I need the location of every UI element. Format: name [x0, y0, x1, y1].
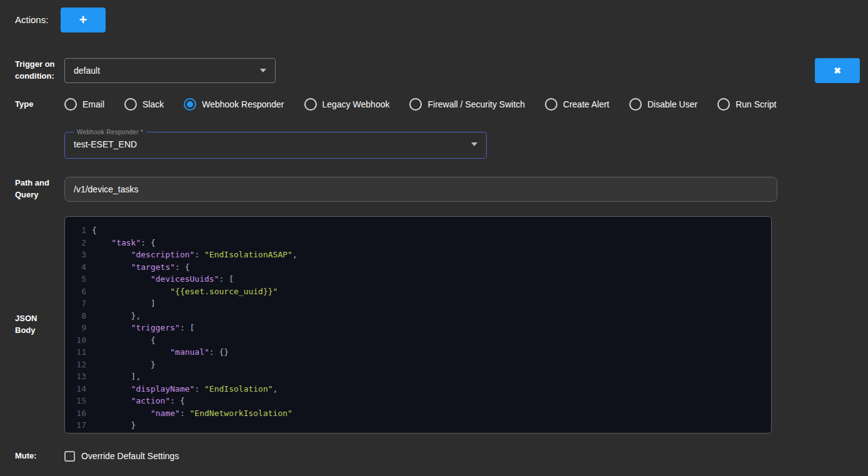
mute-label: Mute:	[15, 450, 64, 462]
code-line: 4 "targets": {	[65, 261, 771, 274]
type-radio-label: Legacy Webhook	[322, 99, 390, 109]
type-radio-create-alert[interactable]: Create Alert	[545, 98, 609, 111]
code-line: 11 "manual": {}	[65, 346, 771, 359]
radio-icon	[545, 98, 557, 111]
override-default-settings-label[interactable]: Override Default Settings	[81, 451, 179, 461]
path-query-input[interactable]	[64, 177, 777, 202]
line-number: 9	[65, 322, 86, 334]
type-radio-run-script[interactable]: Run Script	[717, 98, 776, 111]
line-number: 5	[65, 273, 86, 285]
webhook-row: Webhook Responder * test-ESET_END	[15, 129, 860, 159]
code-line: 15 "action": {	[65, 395, 771, 407]
action-config-panel: Actions: + Trigger on condition: default…	[0, 0, 868, 475]
mute-row: Mute: Override Default Settings	[15, 450, 860, 475]
radio-icon	[304, 98, 317, 111]
type-radio-label: Webhook Responder	[202, 99, 284, 109]
type-radio-label: Firewall / Security Switch	[427, 99, 525, 109]
line-number: 18	[65, 432, 86, 434]
radio-icon	[629, 98, 642, 111]
type-radio-legacy-webhook[interactable]: Legacy Webhook	[304, 98, 390, 111]
type-radio-label: Run Script	[736, 99, 776, 109]
path-query-label: Path and Query	[15, 177, 64, 201]
code-line: 2 "task": {	[65, 237, 771, 249]
actions-label: Actions:	[15, 13, 61, 27]
type-radio-firewall-security-switch[interactable]: Firewall / Security Switch	[409, 98, 525, 111]
type-radio-email[interactable]: Email	[64, 98, 104, 111]
radio-icon	[184, 98, 196, 111]
line-number: 2	[65, 237, 86, 249]
type-label: Type	[15, 99, 64, 111]
close-icon: ✖	[834, 66, 841, 75]
type-radio-label: Email	[82, 99, 104, 109]
type-radio-label: Slack	[142, 99, 164, 109]
json-body-row: JSON Body 1{2 "task": {3 "description": …	[15, 216, 860, 434]
line-number: 3	[65, 249, 86, 261]
line-number: 10	[65, 334, 86, 347]
type-radio-slack[interactable]: Slack	[124, 98, 164, 111]
line-number: 1	[65, 224, 86, 237]
trigger-row: Trigger on condition: default ✖	[15, 58, 860, 83]
code-line: 14 "displayName": "EndIsolation",	[65, 383, 771, 395]
json-editor-lines: 1{2 "task": {3 "description": "EndIsolat…	[65, 224, 771, 434]
chevron-down-icon	[471, 142, 477, 146]
line-number: 15	[65, 395, 86, 407]
code-line: 17 }	[65, 419, 771, 432]
code-line: 16 "name": "EndNetworkIsolation"	[65, 407, 771, 420]
actions-row: Actions: +	[15, 7, 860, 32]
path-row: Path and Query	[15, 177, 860, 202]
line-number: 13	[65, 370, 86, 383]
webhook-responder-select[interactable]: Webhook Responder * test-ESET_END	[64, 129, 487, 159]
type-radio-webhook-responder[interactable]: Webhook Responder	[184, 98, 284, 111]
radio-icon	[124, 98, 137, 111]
code-line: 1{	[65, 224, 771, 237]
chevron-down-icon	[260, 69, 266, 72]
line-number: 11	[65, 346, 86, 359]
type-radio-group: Email Slack Webhook Responder Legacy Web…	[64, 98, 777, 111]
webhook-responder-value: test-ESET_END	[74, 139, 137, 149]
type-radio-disable-user[interactable]: Disable User	[629, 98, 697, 111]
code-line: 5 "devicesUuids": [	[65, 273, 771, 285]
add-action-button[interactable]: +	[61, 7, 106, 32]
code-line: 18 },	[65, 432, 771, 434]
radio-icon	[717, 98, 730, 111]
code-line: 10 {	[65, 334, 771, 347]
plus-icon: +	[79, 13, 87, 27]
line-number: 7	[65, 297, 86, 310]
trigger-condition-select[interactable]: default	[64, 58, 276, 83]
type-radio-label: Create Alert	[563, 99, 609, 109]
json-body-label: JSON Body	[15, 313, 64, 337]
remove-action-button[interactable]: ✖	[815, 58, 860, 83]
line-number: 4	[65, 261, 86, 274]
line-number: 17	[65, 419, 86, 432]
code-line: 8 },	[65, 310, 771, 322]
json-body-editor[interactable]: 1{2 "task": {3 "description": "EndIsolat…	[64, 216, 772, 434]
line-number: 16	[65, 407, 86, 420]
code-line: 3 "description": "EndIsolationASAP",	[65, 249, 771, 261]
type-row: Type Email Slack Webhook Responder Legac…	[15, 98, 860, 111]
line-number: 6	[65, 285, 86, 298]
webhook-responder-field-label: Webhook Responder *	[74, 129, 146, 136]
trigger-condition-value: default	[74, 66, 100, 76]
line-number: 8	[65, 310, 86, 322]
code-line: 9 "triggers": [	[65, 322, 771, 334]
line-number: 14	[65, 383, 86, 395]
code-line: 13 ],	[65, 370, 771, 383]
radio-icon	[64, 98, 77, 111]
override-default-settings-checkbox[interactable]	[64, 451, 75, 462]
radio-icon	[409, 98, 422, 111]
code-line: 6 "{{eset.source_uuid}}"	[65, 285, 771, 298]
type-radio-label: Disable User	[647, 99, 697, 109]
trigger-condition-label: Trigger on condition:	[15, 59, 64, 82]
code-line: 7 ]	[65, 297, 771, 310]
code-line: 12 }	[65, 359, 771, 371]
line-number: 12	[65, 359, 86, 371]
